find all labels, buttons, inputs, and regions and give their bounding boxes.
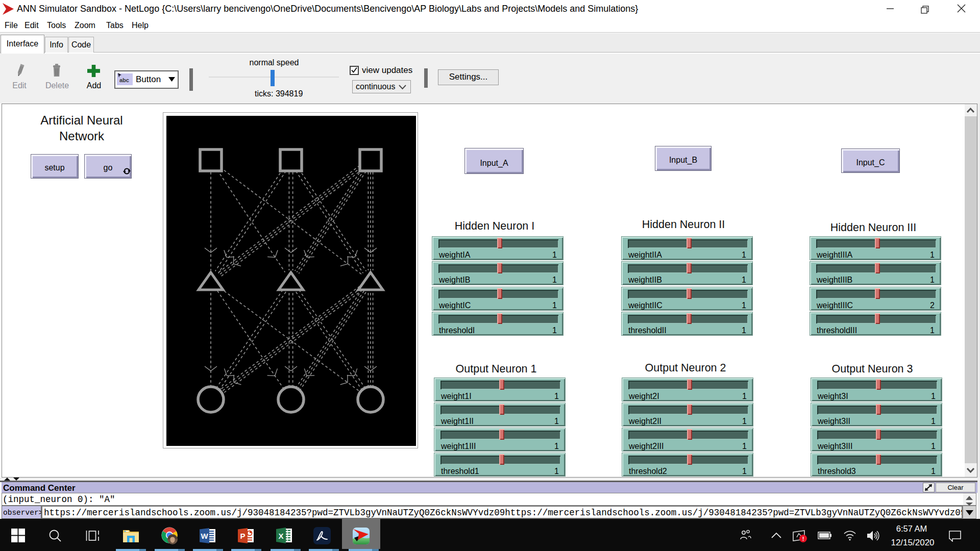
svg-text:W: W [201,532,208,540]
svg-text:X: X [278,532,283,540]
svg-text:P: P [240,532,245,540]
svg-text:!: ! [802,536,804,542]
